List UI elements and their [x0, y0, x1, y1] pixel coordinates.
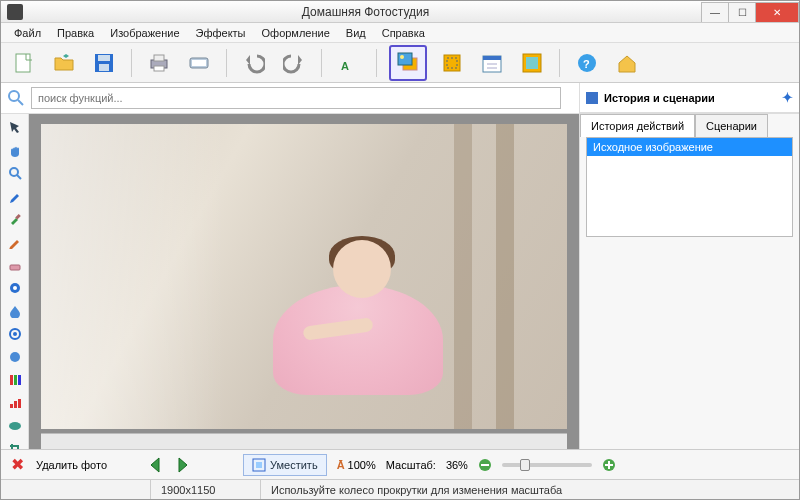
right-panel-title: История и сценарии [604, 92, 715, 104]
menu-view[interactable]: Вид [339, 25, 373, 41]
sharpen-tool[interactable] [6, 327, 24, 341]
canvas-area [29, 114, 579, 449]
status-coords [1, 480, 151, 499]
panel-expand-button[interactable]: ✦ [782, 90, 793, 105]
crop-button[interactable] [437, 48, 467, 78]
svg-rect-38 [14, 401, 17, 408]
text-icon: A [338, 52, 360, 74]
pencil-tool[interactable] [6, 235, 24, 249]
svg-rect-6 [154, 66, 164, 71]
tab-scenarios[interactable]: Сценарии [695, 114, 768, 137]
hand-tool[interactable] [6, 143, 24, 157]
zoom-a-icon: Ā [337, 459, 345, 471]
zoom-out-button[interactable] [478, 458, 492, 472]
layers-button[interactable] [389, 45, 427, 81]
delete-photo-button[interactable]: Удалить фото [36, 459, 107, 471]
help-button[interactable]: ? [572, 48, 602, 78]
next-button[interactable] [175, 456, 193, 474]
maximize-button[interactable]: ☐ [728, 2, 756, 22]
pencil-icon [8, 235, 22, 249]
eyedropper-tool[interactable] [6, 189, 24, 203]
svg-rect-3 [99, 64, 109, 71]
fit-button[interactable]: Уместить [243, 454, 327, 476]
new-doc-button[interactable] [9, 48, 39, 78]
main-toolbar: A ? [1, 43, 799, 83]
text-button[interactable]: A [334, 48, 364, 78]
pointer-icon [8, 120, 22, 134]
undo-icon [243, 52, 265, 74]
svg-text:A: A [341, 60, 349, 72]
levels-tool[interactable] [6, 396, 24, 410]
svg-rect-13 [444, 55, 460, 71]
redo-button[interactable] [279, 48, 309, 78]
redo-icon [283, 52, 305, 74]
svg-rect-39 [18, 399, 21, 408]
svg-line-24 [18, 100, 23, 105]
fit-label: Уместить [270, 459, 318, 471]
svg-point-30 [13, 286, 17, 290]
save-button[interactable] [89, 48, 119, 78]
eraser-icon [8, 258, 22, 272]
zoom-in-button[interactable] [602, 458, 616, 472]
history-item[interactable]: Исходное изображение [587, 138, 792, 156]
menu-file[interactable]: Файл [7, 25, 48, 41]
menu-image[interactable]: Изображение [103, 25, 186, 41]
dodge-tool[interactable] [6, 350, 24, 364]
pointer-tool[interactable] [6, 120, 24, 134]
svg-point-33 [10, 352, 20, 362]
search-icon [7, 89, 25, 107]
clone-tool[interactable] [6, 281, 24, 295]
zoom-tool[interactable] [6, 166, 24, 180]
left-toolbox [1, 114, 29, 449]
channels-tool[interactable] [6, 373, 24, 387]
scale-value: 36% [446, 459, 468, 471]
history-list[interactable]: Исходное изображение [586, 137, 793, 237]
zoom-icon [8, 166, 22, 180]
prev-button[interactable] [147, 456, 165, 474]
scan-button[interactable] [184, 48, 214, 78]
frame-icon [521, 52, 543, 74]
zoom-100-button[interactable]: Ā 100% [337, 459, 376, 471]
eyedropper-icon [8, 189, 22, 203]
eraser-tool[interactable] [6, 258, 24, 272]
image-canvas[interactable] [41, 124, 567, 429]
save-icon [93, 52, 115, 74]
svg-rect-28 [10, 265, 20, 270]
help-icon: ? [576, 52, 598, 74]
menu-edit[interactable]: Правка [50, 25, 101, 41]
dodge-icon [8, 350, 22, 364]
menu-help[interactable]: Справка [375, 25, 432, 41]
hand-icon [8, 143, 22, 157]
svg-rect-0 [16, 54, 30, 72]
home-button[interactable] [612, 48, 642, 78]
svg-rect-16 [483, 56, 501, 60]
scan-icon [188, 52, 210, 74]
new-doc-icon [13, 52, 35, 74]
close-button[interactable]: ✕ [755, 2, 799, 22]
status-hint: Используйте колесо прокрутки для изменен… [261, 480, 799, 499]
menu-design[interactable]: Оформление [255, 25, 337, 41]
blur-tool[interactable] [6, 304, 24, 318]
undo-button[interactable] [239, 48, 269, 78]
blur-icon [8, 304, 22, 318]
zoom-slider[interactable] [502, 463, 592, 467]
svg-rect-35 [14, 375, 17, 385]
svg-rect-8 [192, 60, 206, 66]
horizontal-scrollbar[interactable] [41, 433, 567, 449]
frame-button[interactable] [517, 48, 547, 78]
minimize-button[interactable]: — [701, 2, 729, 22]
menu-effects[interactable]: Эффекты [189, 25, 253, 41]
print-button[interactable] [144, 48, 174, 78]
svg-text:?: ? [583, 58, 590, 70]
status-bar: 1900x1150 Используйте колесо прокрутки д… [1, 479, 799, 499]
search-input[interactable] [31, 87, 561, 109]
svg-rect-5 [154, 55, 164, 61]
bottom-bar: ✖ Удалить фото Уместить Ā 100% Масштаб: … [1, 449, 799, 479]
title-bar: Домашняя Фотостудия — ☐ ✕ [1, 1, 799, 23]
calendar-button[interactable] [477, 48, 507, 78]
heal-tool[interactable] [6, 419, 24, 433]
brush-tool[interactable] [6, 212, 24, 226]
svg-rect-20 [526, 57, 538, 69]
open-button[interactable] [49, 48, 79, 78]
tab-history[interactable]: История действий [580, 114, 695, 137]
